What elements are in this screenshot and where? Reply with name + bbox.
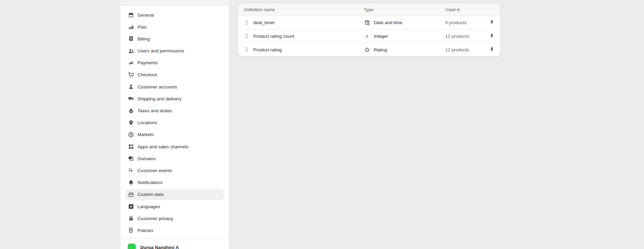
sidebar-item-label: Custom data xyxy=(138,192,164,197)
sidebar-item-domains[interactable]: Domains xyxy=(125,153,224,164)
sidebar-item-label: Plan xyxy=(138,24,147,30)
sidebar-item-general[interactable]: General xyxy=(125,10,224,20)
languages-icon: A xyxy=(128,203,134,210)
sidebar-item-users-and-permissions[interactable]: Users and permissions xyxy=(125,46,224,56)
pin-icon[interactable] xyxy=(489,33,495,39)
settings-nav: GeneralPlan$BillingUsers and permissions… xyxy=(120,5,229,236)
payments-icon xyxy=(128,60,134,66)
sidebar-item-policies[interactable]: Policies xyxy=(125,225,224,236)
users-icon xyxy=(128,48,134,54)
column-header-used-in: Used in xyxy=(445,7,483,12)
drag-handle-icon[interactable] xyxy=(245,20,249,25)
definition-type-label: Integer xyxy=(374,34,388,39)
table-body: deal_timerDate and time0 productsProduct… xyxy=(238,16,500,56)
definition-row-product-rating[interactable]: Product ratingRating12 products xyxy=(238,43,500,56)
sidebar-item-languages[interactable]: ALanguages xyxy=(125,201,224,212)
sidebar-item-custom-data[interactable]: Custom data xyxy=(125,189,224,200)
used-in-cell: 12 products xyxy=(445,34,483,39)
pin-cell xyxy=(483,33,500,39)
markets-globe-icon: $ xyxy=(128,131,134,138)
pin-cell xyxy=(483,19,500,26)
definition-name: Product rating count xyxy=(253,34,294,39)
sidebar-item-checkout[interactable]: Checkout xyxy=(125,69,224,80)
taxes-icon: % xyxy=(128,107,134,114)
table-header-row: Definition name Type Used in xyxy=(238,3,500,16)
customer-accounts-icon xyxy=(128,83,134,90)
location-pin-icon xyxy=(128,119,134,126)
sidebar-item-markets[interactable]: $Markets xyxy=(125,129,224,140)
drag-handle-icon[interactable] xyxy=(245,47,249,52)
sidebar-item-label: Domains xyxy=(138,156,156,161)
pin-cell xyxy=(483,47,500,53)
definition-name-cell: Product rating xyxy=(238,47,364,52)
sidebar-item-locations[interactable]: Locations xyxy=(125,117,224,128)
apps-grid-icon xyxy=(128,143,134,150)
sidebar-item-apps-and-sales-channels[interactable]: Apps and sales channels xyxy=(125,141,224,152)
drag-handle-icon[interactable] xyxy=(245,33,249,39)
sidebar-item-label: Customer privacy xyxy=(138,216,173,221)
svg-text:$: $ xyxy=(130,37,132,40)
definition-type-cell: Rating xyxy=(364,47,445,53)
calendar-clock-icon xyxy=(364,19,370,26)
sidebar-item-customer-privacy[interactable]: Customer privacy xyxy=(125,213,224,224)
notification-bell-icon xyxy=(128,179,134,186)
star-icon xyxy=(364,47,370,53)
sidebar-item-shipping-and-delivery[interactable]: Shipping and delivery xyxy=(125,93,224,104)
sidebar-item-label: Users and permissions xyxy=(138,48,184,53)
sidebar-item-label: Apps and sales channels xyxy=(138,144,189,149)
billing-icon: $ xyxy=(128,35,134,42)
privacy-lock-icon xyxy=(128,215,134,222)
sidebar-item-billing[interactable]: $Billing xyxy=(125,33,224,44)
sidebar-item-label: Policies xyxy=(138,228,154,233)
definition-type-label: Date and time xyxy=(374,20,402,25)
domains-icon xyxy=(128,155,134,162)
sidebar-item-notifications[interactable]: Notifications xyxy=(125,177,224,188)
user-name: Durga Nandhini A xyxy=(140,244,179,249)
sidebar-item-label: Checkout xyxy=(138,72,157,77)
column-header-type: Type xyxy=(364,7,445,12)
custom-data-icon xyxy=(128,191,134,198)
definition-name: Product rating xyxy=(253,47,282,52)
column-header-definition-name: Definition name xyxy=(238,7,364,12)
sidebar-item-label: Languages xyxy=(138,204,160,209)
sidebar-item-label: Shipping and delivery xyxy=(138,96,181,101)
definition-type-cell: #Integer xyxy=(364,33,445,39)
pin-icon[interactable] xyxy=(489,19,495,26)
policies-icon xyxy=(128,227,134,234)
sidebar-item-label: Taxes and duties xyxy=(138,108,172,113)
sidebar-item-label: General xyxy=(138,13,154,18)
sidebar-item-label: Payments xyxy=(138,60,158,65)
sidebar-item-customer-accounts[interactable]: Customer accounts xyxy=(125,81,224,92)
used-in-cell: 12 products xyxy=(445,47,483,52)
definition-type-cell: Date and time xyxy=(364,19,445,26)
sidebar-item-taxes-and-duties[interactable]: %Taxes and duties xyxy=(125,105,224,116)
user-avatar xyxy=(128,244,136,249)
metafield-definitions-card: Definition name Type Used in deal_timerD… xyxy=(238,3,500,56)
sidebar-item-payments[interactable]: Payments xyxy=(125,57,224,68)
pin-icon[interactable] xyxy=(489,47,495,53)
sidebar-item-customer-events[interactable]: Customer events xyxy=(125,165,224,176)
sidebar-item-label: Billing xyxy=(138,36,150,42)
used-in-cell: 0 products xyxy=(445,20,483,25)
definition-name: deal_timer xyxy=(253,20,275,25)
sidebar-item-label: Notifications xyxy=(138,180,163,185)
sidebar-item-plan[interactable]: Plan xyxy=(125,21,224,32)
svg-text:%: % xyxy=(130,110,132,113)
store-icon xyxy=(128,12,134,18)
sidebar-footer: Durga Nandhini A xyxy=(120,238,229,249)
definition-name-cell: Product rating count xyxy=(238,33,364,39)
definition-row-deal-timer[interactable]: deal_timerDate and time0 products xyxy=(238,16,500,30)
definition-name-cell: deal_timer xyxy=(238,20,364,25)
shipping-truck-icon xyxy=(128,95,134,102)
plan-icon xyxy=(128,23,134,30)
sidebar-item-label: Locations xyxy=(138,120,157,125)
checkout-cart-icon xyxy=(128,71,134,78)
definition-type-label: Rating xyxy=(374,47,387,52)
sidebar-item-label: Markets xyxy=(138,132,154,137)
definition-row-product-rating-count[interactable]: Product rating count#Integer12 products xyxy=(238,30,500,43)
svg-text:#: # xyxy=(366,34,369,39)
sidebar-item-label: Customer accounts xyxy=(138,84,177,89)
hash-icon: # xyxy=(364,33,370,39)
svg-text:A: A xyxy=(130,204,132,208)
customer-events-icon xyxy=(128,167,134,174)
